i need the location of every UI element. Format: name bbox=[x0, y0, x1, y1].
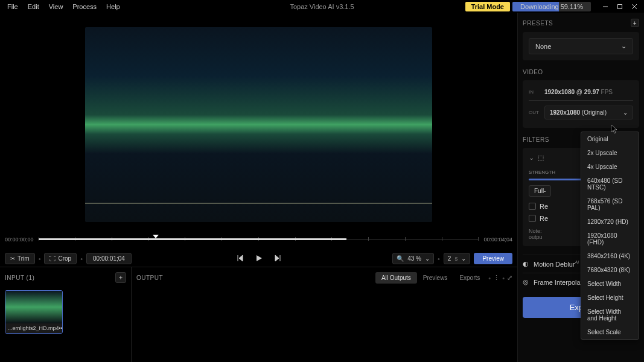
preview-duration-control[interactable]: 2s⌄ bbox=[444, 253, 471, 264]
in-resolution: 1920x1080 @ 29.97 FPS bbox=[544, 89, 613, 95]
in-label: IN bbox=[529, 89, 540, 95]
dots-icon[interactable]: ⋮ bbox=[493, 274, 500, 282]
thumbnail-menu-button[interactable]: ••• bbox=[59, 325, 63, 331]
expand-icon[interactable]: ⤢ bbox=[507, 274, 512, 282]
svg-rect-1 bbox=[618, 4, 622, 8]
video-label: VIDEO bbox=[523, 69, 639, 75]
right-sidebar: PRESETS+ None⌄ VIDEO IN 1920x1080 @ 29.9… bbox=[517, 13, 644, 362]
option-768x576[interactable]: 768x576 (SD PAL) bbox=[581, 194, 639, 215]
preset-dropdown[interactable]: None⌄ bbox=[529, 38, 633, 54]
output-panel: OUTPUT All Outputs Previews Exports • ⋮ … bbox=[132, 267, 517, 362]
add-preset-button[interactable]: + bbox=[631, 19, 639, 27]
output-title: OUTPUT bbox=[136, 275, 163, 281]
option-1280x720[interactable]: 1280x720 (HD) bbox=[581, 215, 639, 229]
presets-label: PRESETS bbox=[523, 20, 553, 27]
tab-exports[interactable]: Exports bbox=[453, 272, 486, 284]
strength-label: STRENGTH bbox=[529, 170, 555, 175]
crop-icon: ⛶ bbox=[49, 255, 56, 262]
tab-all-outputs[interactable]: All Outputs bbox=[375, 272, 417, 284]
option-select-width-height[interactable]: Select Width and Height bbox=[581, 305, 639, 325]
chevron-down-icon: ⌄ bbox=[425, 255, 430, 262]
titlebar: File Edit View Process Help Topaz Video … bbox=[0, 0, 644, 13]
time-end: 00:00:04;04 bbox=[483, 237, 512, 243]
magnifier-icon: 🔍 bbox=[397, 255, 404, 262]
play-button[interactable] bbox=[255, 254, 263, 264]
menu-edit[interactable]: Edit bbox=[23, 1, 44, 12]
input-title: INPUT (1) bbox=[5, 275, 34, 281]
timeline[interactable] bbox=[39, 233, 479, 246]
scissors-icon: ✂ bbox=[10, 255, 15, 262]
menu-help[interactable]: Help bbox=[101, 1, 125, 12]
main-menu: File Edit View Process Help bbox=[2, 1, 125, 12]
downloading-progress: Downloading 59.11% bbox=[512, 2, 591, 11]
trim-button[interactable]: ✂Trim bbox=[5, 253, 35, 264]
input-panel: INPUT (1) + ...ernlights2_HD.mp4••• bbox=[0, 267, 132, 362]
option-4x-upscale[interactable]: 4x Upscale bbox=[581, 160, 639, 174]
trial-mode-badge: Trial Mode bbox=[465, 2, 510, 11]
video-preview[interactable] bbox=[85, 27, 432, 222]
full-button[interactable]: Full- bbox=[529, 185, 551, 197]
input-thumbnail[interactable]: ...ernlights2_HD.mp4••• bbox=[5, 290, 63, 334]
output-resolution-dropdown[interactable]: 1920x1080 (Original)⌄ bbox=[544, 106, 633, 119]
out-label: OUT bbox=[529, 110, 540, 115]
option-select-height[interactable]: Select Height bbox=[581, 291, 639, 305]
timeline-playhead[interactable] bbox=[153, 235, 159, 238]
minimize-button[interactable] bbox=[598, 1, 613, 13]
menu-file[interactable]: File bbox=[2, 1, 23, 12]
option-2x-upscale[interactable]: 2x Upscale bbox=[581, 146, 639, 160]
option-select-width[interactable]: Select Width bbox=[581, 277, 639, 291]
maximize-button[interactable] bbox=[613, 1, 627, 13]
option-1920x1080[interactable]: 1920x1080 (FHD) bbox=[581, 229, 639, 249]
chevron-down-icon: ⌄ bbox=[623, 109, 628, 116]
chevron-down-icon: ⌄ bbox=[461, 255, 466, 262]
checkbox-re1[interactable] bbox=[529, 203, 536, 210]
preview-button[interactable]: Preview bbox=[474, 253, 512, 264]
tab-previews[interactable]: Previews bbox=[417, 272, 454, 284]
resolution-dropdown-menu: Original 2x Upscale 4x Upscale 640x480 (… bbox=[581, 132, 639, 340]
motion-deblur-icon: ◐ bbox=[523, 260, 529, 268]
app-title: Topaz Video AI v3.1.5 bbox=[290, 3, 354, 10]
option-original[interactable]: Original bbox=[581, 132, 639, 146]
chevron-down-icon[interactable]: ⌄ bbox=[529, 154, 534, 162]
thumbnail-image bbox=[5, 291, 62, 323]
time-start: 00:00:00;00 bbox=[5, 237, 34, 243]
video-preview-area bbox=[0, 13, 517, 229]
option-select-scale[interactable]: Select Scale bbox=[581, 325, 639, 339]
option-3840x2160[interactable]: 3840x2160 (4K) bbox=[581, 249, 639, 263]
crop-button[interactable]: ⛶Crop bbox=[44, 253, 77, 264]
checkbox-re2[interactable] bbox=[529, 215, 536, 222]
zoom-control[interactable]: 🔍43 %⌄ bbox=[392, 253, 434, 264]
menu-process[interactable]: Process bbox=[68, 1, 101, 12]
timecode-input[interactable]: 00:00:01;04 bbox=[86, 253, 132, 264]
menu-view[interactable]: View bbox=[44, 1, 68, 12]
enhancement-icon: ⬚ bbox=[538, 154, 544, 162]
chevron-down-icon: ⌄ bbox=[621, 42, 626, 50]
frame-back-button[interactable] bbox=[235, 254, 244, 264]
option-7680x4320[interactable]: 7680x4320 (8K) bbox=[581, 263, 639, 277]
close-button[interactable] bbox=[627, 1, 642, 13]
thumbnail-filename: ...ernlights2_HD.mp4 bbox=[8, 325, 59, 331]
add-input-button[interactable]: + bbox=[115, 272, 126, 283]
frame-forward-button[interactable] bbox=[274, 254, 282, 264]
frame-interpolation-icon: ◎ bbox=[523, 278, 529, 286]
option-640x480[interactable]: 640x480 (SD NTSC) bbox=[581, 174, 639, 194]
